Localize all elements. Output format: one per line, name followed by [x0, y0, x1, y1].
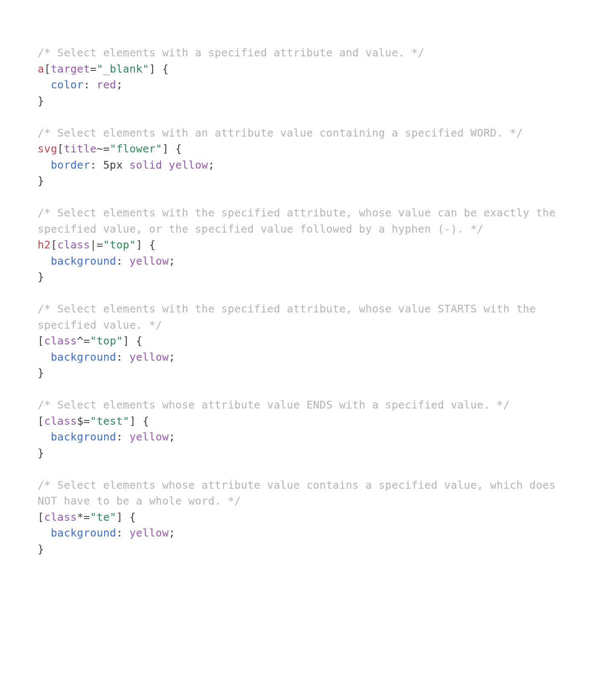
brace-open: { [169, 143, 182, 155]
semicolon: ; [116, 79, 123, 91]
brace-close: } [38, 175, 44, 187]
semicolon: ; [208, 159, 214, 171]
semicolon: ; [169, 255, 175, 267]
brace-open: { [155, 63, 169, 75]
selector-tag: a [38, 63, 44, 75]
css-value: yellow [129, 527, 169, 539]
brace-open: { [136, 415, 149, 427]
css-number: 5px [103, 159, 123, 171]
bracket-close: ] [136, 239, 142, 251]
selector-op: $= [77, 415, 90, 427]
colon: : [83, 79, 97, 91]
bracket-open: [ [51, 239, 57, 251]
brace-close: } [38, 543, 44, 555]
code-comment: /* Select elements whose attribute value… [38, 399, 510, 411]
code-block: /* Select elements with a specified attr… [0, 11, 598, 700]
css-keyword: solid [129, 159, 162, 171]
css-property: background [51, 527, 117, 539]
selector-op: = [90, 63, 97, 75]
bracket-open: [ [44, 63, 50, 75]
bracket-close: ] [123, 335, 129, 347]
code-comment: /* Select elements whose attribute value… [38, 479, 562, 508]
css-property: background [51, 431, 117, 443]
selector-op: |= [90, 239, 103, 251]
bracket-open: [ [57, 143, 64, 155]
brace-close: } [38, 95, 44, 107]
selector-attr: class [44, 415, 77, 427]
selector-op: *= [77, 511, 90, 523]
selector-string: "flower" [110, 143, 162, 155]
semicolon: ; [169, 431, 175, 443]
css-property: color [51, 79, 84, 91]
css-value: yellow [169, 159, 208, 171]
semicolon: ; [169, 351, 175, 363]
brace-close: } [38, 447, 44, 459]
code-comment: /* Select elements with an attribute val… [38, 127, 523, 139]
selector-attr: title [64, 143, 97, 155]
css-property: border [51, 159, 90, 171]
code-comment: /* Select elements with the specified at… [38, 303, 542, 331]
css-property: background [51, 255, 117, 267]
brace-open: { [143, 239, 156, 251]
brace-close: } [38, 367, 44, 379]
colon: : [116, 255, 129, 267]
bracket-open: [ [38, 511, 44, 523]
css-value: yellow [129, 431, 169, 443]
bracket-close: ] [162, 143, 169, 155]
colon: : [90, 159, 103, 171]
selector-string: "te" [90, 511, 116, 523]
selector-string: "test" [90, 415, 129, 427]
code-comment: /* Select elements with a specified attr… [38, 47, 425, 59]
selector-attr: class [44, 511, 77, 523]
selector-string: "top" [90, 335, 123, 347]
selector-tag: h2 [38, 239, 51, 251]
selector-attr: class [57, 239, 90, 251]
colon: : [116, 527, 129, 539]
semicolon: ; [169, 527, 175, 539]
selector-op: ~= [97, 143, 110, 155]
bracket-close: ] [129, 415, 136, 427]
bracket-close: ] [116, 511, 123, 523]
bracket-close: ] [149, 63, 155, 75]
code-comment: /* Select elements with the specified at… [38, 207, 562, 235]
selector-attr: class [44, 335, 77, 347]
brace-open: { [123, 511, 136, 523]
brace-open: { [129, 335, 143, 347]
selector-string: "top" [103, 239, 136, 251]
css-value: yellow [129, 351, 169, 363]
bracket-open: [ [38, 335, 44, 347]
selector-attr: target [51, 63, 90, 75]
css-value: red [97, 79, 116, 91]
selector-string: "_blank" [97, 63, 149, 75]
selector-op: ^= [77, 335, 90, 347]
bracket-open: [ [38, 415, 44, 427]
colon: : [116, 431, 129, 443]
css-value: yellow [129, 255, 169, 267]
colon: : [116, 351, 129, 363]
css-property: background [51, 351, 117, 363]
selector-tag: svg [38, 143, 57, 155]
brace-close: } [38, 271, 44, 283]
